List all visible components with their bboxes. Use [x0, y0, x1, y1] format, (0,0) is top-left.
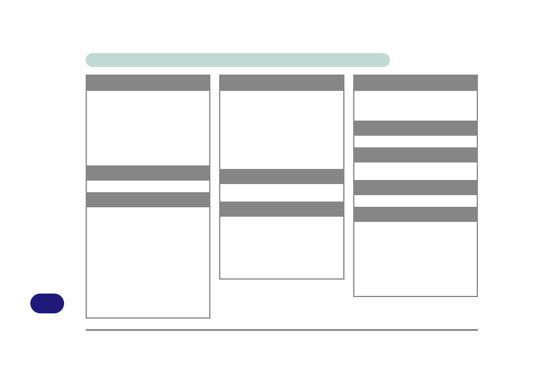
column-2-band-2 — [220, 169, 343, 184]
column-3-gap-1 — [354, 91, 477, 121]
column-3-band-0 — [354, 76, 477, 91]
column-3-gap-5 — [354, 163, 477, 180]
column-1-gap-1 — [87, 91, 209, 165]
column-2-gap-3 — [220, 184, 343, 202]
column-3-band-8 — [354, 207, 477, 222]
column-3-band-6 — [354, 180, 477, 195]
bottom-divider — [86, 329, 478, 331]
column-1-band-0 — [87, 76, 209, 91]
column-2-band-4 — [220, 202, 343, 217]
column-1-band-2 — [87, 165, 209, 181]
column-1 — [86, 75, 210, 319]
column-3-band-4 — [354, 147, 477, 163]
column-1-gap-5 — [87, 207, 209, 317]
column-3 — [353, 75, 478, 297]
column-2-gap-1 — [220, 91, 343, 169]
column-1-gap-3 — [87, 181, 209, 192]
column-3-gap-3 — [354, 136, 477, 147]
column-2 — [219, 75, 344, 280]
column-2-band-0 — [220, 76, 343, 91]
column-1-band-4 — [87, 192, 209, 207]
header-bar — [86, 53, 390, 67]
floating-pill-button[interactable] — [30, 294, 64, 313]
column-3-gap-7 — [354, 195, 477, 207]
column-2-gap-5 — [220, 217, 343, 278]
column-3-gap-9 — [354, 222, 477, 296]
page — [0, 0, 556, 392]
columns-container — [86, 75, 478, 319]
column-3-band-2 — [354, 121, 477, 136]
